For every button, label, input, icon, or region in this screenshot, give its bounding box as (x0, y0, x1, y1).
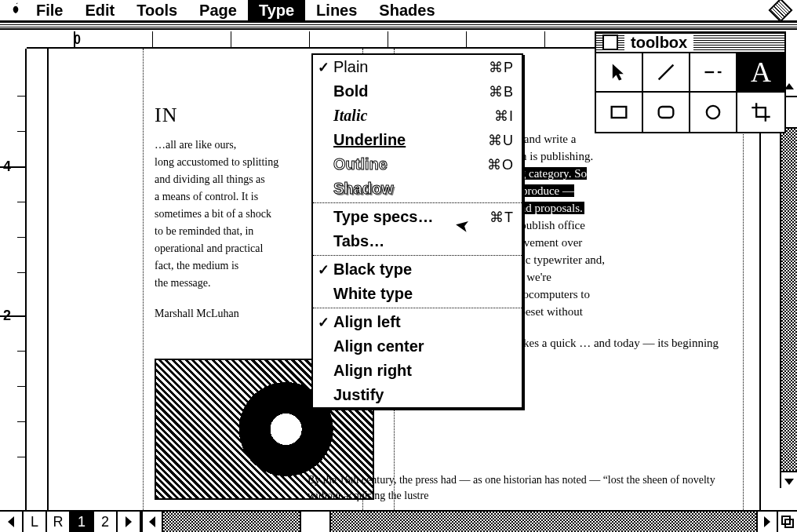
menu-separator (313, 202, 522, 203)
horizontal-scrollbar[interactable] (141, 512, 777, 532)
menu-item-justify[interactable]: Justify (313, 383, 522, 407)
scroll-thumb[interactable] (300, 512, 331, 532)
page-button-r[interactable]: R (47, 512, 71, 532)
check-icon: ✓ (318, 314, 329, 331)
rectangle-icon (608, 101, 630, 123)
menu-tools[interactable]: Tools (126, 0, 188, 21)
menu-page[interactable]: Page (188, 0, 248, 21)
type-menu-dropdown: ✓ Plain ⌘P Bold ⌘B Italic ⌘I Underline ⌘… (311, 53, 523, 409)
arrow-left-icon (3, 514, 19, 530)
menu-item-white-type[interactable]: White type (313, 282, 522, 306)
page-button-1[interactable]: 1 (71, 512, 94, 532)
page-button-l[interactable]: L (24, 512, 47, 532)
menu-separator (313, 255, 522, 256)
scroll-left-button[interactable] (143, 512, 163, 532)
toolbox-titlebar[interactable]: toolbox (596, 33, 784, 53)
apple-icon (8, 1, 24, 16)
next-page-button[interactable] (118, 512, 141, 532)
menu-lines[interactable]: Lines (305, 0, 368, 21)
toolbox-palette[interactable]: toolbox A (595, 31, 786, 133)
resize-icon (780, 514, 795, 530)
diagonal-line-icon (655, 61, 677, 83)
scroll-down-button[interactable] (781, 471, 797, 488)
crop-tool[interactable] (737, 93, 784, 132)
menu-item-italic[interactable]: Italic ⌘I (313, 104, 522, 128)
svg-rect-4 (659, 107, 674, 118)
pointer-tool[interactable] (596, 53, 643, 93)
apple-menu[interactable] (6, 1, 25, 20)
prev-page-button[interactable] (0, 512, 24, 532)
menu-item-align-right[interactable]: Align right (313, 359, 522, 383)
vertical-ruler[interactable]: 4 2 (0, 49, 27, 510)
close-button[interactable] (602, 35, 618, 50)
resize-handle[interactable] (777, 512, 797, 532)
help-menu[interactable] (772, 2, 791, 19)
menu-item-black-type[interactable]: ✓ Black type (313, 257, 522, 282)
line-tool[interactable] (643, 53, 690, 93)
arrow-down-icon (781, 472, 797, 488)
rounded-rectangle-icon (655, 101, 677, 123)
menu-item-outline[interactable]: Outline ⌘O (313, 152, 522, 177)
menu-item-plain[interactable]: ✓ Plain ⌘P (313, 55, 522, 79)
menu-separator (313, 308, 522, 308)
toolbox-title: toolbox (624, 34, 693, 52)
circle-icon (702, 101, 724, 123)
arrow-left-icon (144, 514, 160, 530)
menu-item-underline[interactable]: Underline ⌘U (313, 128, 522, 152)
svg-rect-3 (612, 107, 627, 118)
check-icon: ✓ (318, 261, 329, 279)
window-stripes (0, 22, 797, 30)
body-text: By the 16th century, the press had — as … (308, 472, 736, 504)
arrow-right-icon (121, 514, 136, 530)
menu-item-bold[interactable]: Bold ⌘B (313, 79, 522, 104)
scroll-right-button[interactable] (756, 512, 777, 532)
column-guide (143, 49, 144, 510)
menu-file[interactable]: File (25, 0, 74, 21)
help-icon (768, 0, 792, 23)
page-navigation-bar: L R 1 2 (0, 510, 797, 532)
menu-item-align-center[interactable]: Align center (313, 334, 522, 359)
circle-tool[interactable] (690, 93, 737, 132)
menu-shades[interactable]: Shades (368, 0, 446, 21)
menu-item-shadow[interactable]: Shadow (313, 177, 522, 201)
menu-type[interactable]: Type (248, 0, 305, 21)
roundrect-tool[interactable] (643, 93, 690, 132)
menu-edit[interactable]: Edit (74, 0, 126, 21)
menu-item-tabs[interactable]: Tabs… (313, 229, 522, 253)
rect-tool[interactable] (596, 93, 643, 132)
menu-item-align-left[interactable]: ✓ Align left (313, 310, 522, 334)
hline-tool[interactable] (690, 53, 737, 93)
pointer-icon (608, 61, 630, 83)
page-button-2[interactable]: 2 (94, 512, 118, 532)
svg-line-0 (659, 65, 674, 80)
svg-point-5 (707, 106, 719, 118)
menu-item-type-specs[interactable]: Type specs… ⌘T (313, 205, 522, 229)
text-tool-icon: A (751, 56, 771, 89)
check-icon: ✓ (318, 59, 329, 76)
menubar: File Edit Tools Page Type Lines Shades (0, 0, 797, 22)
text-tool[interactable]: A (737, 53, 784, 93)
crop-icon (750, 101, 772, 123)
horizontal-line-icon (702, 61, 724, 83)
vertical-scrollbar[interactable] (780, 80, 797, 488)
arrow-right-icon (759, 514, 775, 530)
